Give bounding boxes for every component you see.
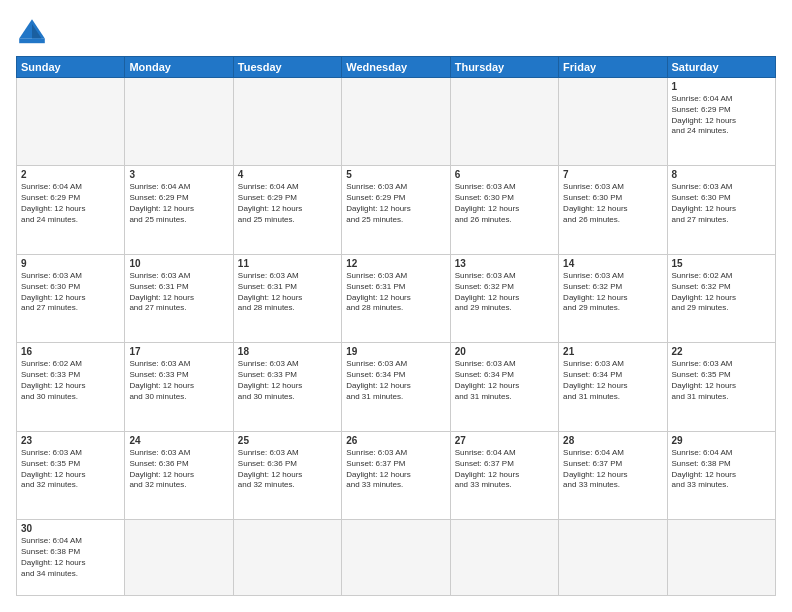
calendar-cell: 21Sunrise: 6:03 AM Sunset: 6:34 PM Dayli… xyxy=(559,343,667,431)
day-number: 24 xyxy=(129,435,228,446)
day-info: Sunrise: 6:03 AM Sunset: 6:30 PM Dayligh… xyxy=(563,182,662,225)
calendar-cell xyxy=(450,520,558,596)
day-info: Sunrise: 6:04 AM Sunset: 6:29 PM Dayligh… xyxy=(129,182,228,225)
calendar-cell xyxy=(125,520,233,596)
calendar-cell: 11Sunrise: 6:03 AM Sunset: 6:31 PM Dayli… xyxy=(233,254,341,342)
day-info: Sunrise: 6:04 AM Sunset: 6:29 PM Dayligh… xyxy=(672,94,771,137)
calendar-cell: 16Sunrise: 6:02 AM Sunset: 6:33 PM Dayli… xyxy=(17,343,125,431)
day-info: Sunrise: 6:03 AM Sunset: 6:31 PM Dayligh… xyxy=(129,271,228,314)
calendar-cell: 4Sunrise: 6:04 AM Sunset: 6:29 PM Daylig… xyxy=(233,166,341,254)
day-info: Sunrise: 6:03 AM Sunset: 6:35 PM Dayligh… xyxy=(21,448,120,491)
week-row-4: 23Sunrise: 6:03 AM Sunset: 6:35 PM Dayli… xyxy=(17,431,776,519)
logo xyxy=(16,16,52,48)
calendar-cell xyxy=(17,78,125,166)
calendar-cell: 27Sunrise: 6:04 AM Sunset: 6:37 PM Dayli… xyxy=(450,431,558,519)
calendar-cell xyxy=(125,78,233,166)
calendar-cell xyxy=(559,78,667,166)
day-number: 17 xyxy=(129,346,228,357)
weekday-header-row: SundayMondayTuesdayWednesdayThursdayFrid… xyxy=(17,57,776,78)
day-info: Sunrise: 6:03 AM Sunset: 6:32 PM Dayligh… xyxy=(455,271,554,314)
day-info: Sunrise: 6:03 AM Sunset: 6:30 PM Dayligh… xyxy=(455,182,554,225)
week-row-0: 1Sunrise: 6:04 AM Sunset: 6:29 PM Daylig… xyxy=(17,78,776,166)
day-info: Sunrise: 6:03 AM Sunset: 6:33 PM Dayligh… xyxy=(129,359,228,402)
calendar-cell xyxy=(342,520,450,596)
calendar-cell: 25Sunrise: 6:03 AM Sunset: 6:36 PM Dayli… xyxy=(233,431,341,519)
calendar-cell: 22Sunrise: 6:03 AM Sunset: 6:35 PM Dayli… xyxy=(667,343,775,431)
day-info: Sunrise: 6:03 AM Sunset: 6:35 PM Dayligh… xyxy=(672,359,771,402)
weekday-header-wednesday: Wednesday xyxy=(342,57,450,78)
day-number: 20 xyxy=(455,346,554,357)
day-number: 1 xyxy=(672,81,771,92)
day-info: Sunrise: 6:03 AM Sunset: 6:36 PM Dayligh… xyxy=(129,448,228,491)
day-number: 5 xyxy=(346,169,445,180)
day-number: 29 xyxy=(672,435,771,446)
day-info: Sunrise: 6:03 AM Sunset: 6:31 PM Dayligh… xyxy=(238,271,337,314)
day-info: Sunrise: 6:03 AM Sunset: 6:30 PM Dayligh… xyxy=(21,271,120,314)
weekday-header-sunday: Sunday xyxy=(17,57,125,78)
calendar-cell xyxy=(233,520,341,596)
calendar-cell xyxy=(559,520,667,596)
calendar-cell: 28Sunrise: 6:04 AM Sunset: 6:37 PM Dayli… xyxy=(559,431,667,519)
day-number: 14 xyxy=(563,258,662,269)
day-info: Sunrise: 6:03 AM Sunset: 6:36 PM Dayligh… xyxy=(238,448,337,491)
calendar-cell: 2Sunrise: 6:04 AM Sunset: 6:29 PM Daylig… xyxy=(17,166,125,254)
day-number: 18 xyxy=(238,346,337,357)
day-number: 16 xyxy=(21,346,120,357)
day-number: 23 xyxy=(21,435,120,446)
day-info: Sunrise: 6:03 AM Sunset: 6:37 PM Dayligh… xyxy=(346,448,445,491)
weekday-header-tuesday: Tuesday xyxy=(233,57,341,78)
day-number: 3 xyxy=(129,169,228,180)
calendar-cell: 17Sunrise: 6:03 AM Sunset: 6:33 PM Dayli… xyxy=(125,343,233,431)
day-info: Sunrise: 6:04 AM Sunset: 6:38 PM Dayligh… xyxy=(672,448,771,491)
calendar-cell: 5Sunrise: 6:03 AM Sunset: 6:29 PM Daylig… xyxy=(342,166,450,254)
day-info: Sunrise: 6:03 AM Sunset: 6:33 PM Dayligh… xyxy=(238,359,337,402)
day-number: 27 xyxy=(455,435,554,446)
svg-rect-2 xyxy=(19,38,45,43)
day-number: 11 xyxy=(238,258,337,269)
day-number: 22 xyxy=(672,346,771,357)
calendar-cell: 20Sunrise: 6:03 AM Sunset: 6:34 PM Dayli… xyxy=(450,343,558,431)
week-row-1: 2Sunrise: 6:04 AM Sunset: 6:29 PM Daylig… xyxy=(17,166,776,254)
calendar-cell: 26Sunrise: 6:03 AM Sunset: 6:37 PM Dayli… xyxy=(342,431,450,519)
calendar-cell: 9Sunrise: 6:03 AM Sunset: 6:30 PM Daylig… xyxy=(17,254,125,342)
day-number: 30 xyxy=(21,523,120,534)
weekday-header-thursday: Thursday xyxy=(450,57,558,78)
calendar-cell xyxy=(667,520,775,596)
week-row-2: 9Sunrise: 6:03 AM Sunset: 6:30 PM Daylig… xyxy=(17,254,776,342)
day-number: 15 xyxy=(672,258,771,269)
calendar-cell: 12Sunrise: 6:03 AM Sunset: 6:31 PM Dayli… xyxy=(342,254,450,342)
day-info: Sunrise: 6:04 AM Sunset: 6:29 PM Dayligh… xyxy=(21,182,120,225)
day-info: Sunrise: 6:02 AM Sunset: 6:32 PM Dayligh… xyxy=(672,271,771,314)
weekday-header-saturday: Saturday xyxy=(667,57,775,78)
day-number: 4 xyxy=(238,169,337,180)
calendar-cell: 6Sunrise: 6:03 AM Sunset: 6:30 PM Daylig… xyxy=(450,166,558,254)
calendar-cell: 8Sunrise: 6:03 AM Sunset: 6:30 PM Daylig… xyxy=(667,166,775,254)
day-info: Sunrise: 6:03 AM Sunset: 6:32 PM Dayligh… xyxy=(563,271,662,314)
calendar-cell: 18Sunrise: 6:03 AM Sunset: 6:33 PM Dayli… xyxy=(233,343,341,431)
day-info: Sunrise: 6:04 AM Sunset: 6:37 PM Dayligh… xyxy=(563,448,662,491)
day-info: Sunrise: 6:02 AM Sunset: 6:33 PM Dayligh… xyxy=(21,359,120,402)
calendar-cell: 19Sunrise: 6:03 AM Sunset: 6:34 PM Dayli… xyxy=(342,343,450,431)
day-info: Sunrise: 6:03 AM Sunset: 6:31 PM Dayligh… xyxy=(346,271,445,314)
calendar: SundayMondayTuesdayWednesdayThursdayFrid… xyxy=(16,56,776,596)
calendar-cell: 24Sunrise: 6:03 AM Sunset: 6:36 PM Dayli… xyxy=(125,431,233,519)
calendar-cell: 23Sunrise: 6:03 AM Sunset: 6:35 PM Dayli… xyxy=(17,431,125,519)
day-info: Sunrise: 6:03 AM Sunset: 6:34 PM Dayligh… xyxy=(346,359,445,402)
weekday-header-friday: Friday xyxy=(559,57,667,78)
calendar-cell: 10Sunrise: 6:03 AM Sunset: 6:31 PM Dayli… xyxy=(125,254,233,342)
calendar-cell: 1Sunrise: 6:04 AM Sunset: 6:29 PM Daylig… xyxy=(667,78,775,166)
calendar-cell: 14Sunrise: 6:03 AM Sunset: 6:32 PM Dayli… xyxy=(559,254,667,342)
day-info: Sunrise: 6:03 AM Sunset: 6:34 PM Dayligh… xyxy=(563,359,662,402)
day-info: Sunrise: 6:03 AM Sunset: 6:34 PM Dayligh… xyxy=(455,359,554,402)
calendar-cell xyxy=(450,78,558,166)
page: SundayMondayTuesdayWednesdayThursdayFrid… xyxy=(0,0,792,612)
calendar-cell: 7Sunrise: 6:03 AM Sunset: 6:30 PM Daylig… xyxy=(559,166,667,254)
day-number: 28 xyxy=(563,435,662,446)
logo-icon xyxy=(16,16,48,48)
day-info: Sunrise: 6:04 AM Sunset: 6:29 PM Dayligh… xyxy=(238,182,337,225)
day-number: 9 xyxy=(21,258,120,269)
day-info: Sunrise: 6:04 AM Sunset: 6:37 PM Dayligh… xyxy=(455,448,554,491)
calendar-cell xyxy=(342,78,450,166)
day-number: 13 xyxy=(455,258,554,269)
day-info: Sunrise: 6:03 AM Sunset: 6:29 PM Dayligh… xyxy=(346,182,445,225)
